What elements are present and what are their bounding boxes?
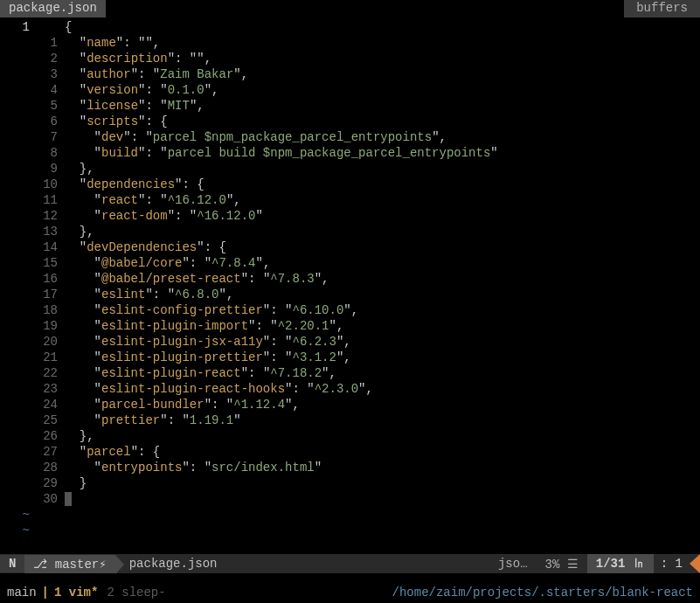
code-line[interactable]: }	[65, 475, 700, 491]
code-line[interactable]: "author": "Zaim Bakar",	[65, 66, 700, 82]
code-line[interactable]: "devDependencies": {	[65, 239, 700, 255]
code-area[interactable]: { "name": "", "description": "", "author…	[65, 19, 700, 554]
code-line[interactable]: "eslint-plugin-jsx-a11y": "^6.2.3",	[65, 334, 700, 350]
code-line[interactable]: "build": "parcel build $npm_package_parc…	[65, 145, 700, 161]
branch-name: master	[55, 558, 99, 572]
code-line[interactable]: "eslint-plugin-react": "^7.18.2",	[65, 365, 700, 381]
git-branch-segment: ⎇ master⚡	[24, 555, 114, 573]
status-bar: N ⎇ master⚡ package.json jso… 3% ☰ 1/31 …	[0, 554, 700, 573]
code-line[interactable]: "license": "MIT",	[65, 98, 700, 114]
code-line[interactable]: "eslint-plugin-prettier": "^3.1.2",	[65, 350, 700, 365]
code-line[interactable]: "eslint-plugin-react-hooks": "^2.3.0",	[65, 381, 700, 397]
status-filename: package.json	[115, 555, 232, 572]
tmux-window-active[interactable]: 1 vim*	[54, 586, 98, 600]
code-line[interactable]	[65, 491, 700, 507]
code-line[interactable]: "eslint-config-prettier": "^6.10.0",	[65, 302, 700, 318]
status-position: 1/31 ㏑	[587, 554, 654, 573]
power-icon: ⚡	[99, 558, 106, 572]
code-line[interactable]: "prettier": "1.19.1"	[65, 412, 700, 428]
code-line[interactable]: },	[65, 224, 700, 239]
code-line[interactable]: "dependencies": {	[65, 177, 700, 192]
code-line[interactable]: "dev": "parcel $npm_package_parcel_entry…	[65, 129, 700, 145]
warning-triangle-icon	[690, 554, 700, 573]
code-line[interactable]: "entrypoints": "src/index.html"	[65, 460, 700, 475]
code-line[interactable]: "parcel-bundler": "^1.12.4",	[65, 397, 700, 412]
code-line[interactable]: "react": "^16.12.0",	[65, 192, 700, 208]
code-line[interactable]: },	[65, 161, 700, 177]
tmux-cwd-path: /home/zaim/projects/.starters/blank-reac…	[392, 586, 693, 600]
tmux-session-name[interactable]: main	[7, 586, 37, 600]
gutter-line-numbers: 1234567891011121314151617181920212223242…	[35, 19, 65, 554]
line-number-icon: ㏑	[633, 557, 645, 571]
code-line[interactable]: "description": "",	[65, 51, 700, 66]
code-line[interactable]: {	[65, 19, 700, 35]
code-line[interactable]: "version": "0.1.0",	[65, 82, 700, 98]
branch-icon: ⎇	[33, 558, 47, 572]
code-line[interactable]: "eslint-plugin-import": "^2.20.1",	[65, 318, 700, 334]
status-column: : 1	[654, 555, 690, 572]
code-line[interactable]: "parcel": {	[65, 444, 700, 460]
gutter-outer: 1~~	[0, 19, 35, 554]
hamburger-icon: ☰	[567, 558, 579, 572]
code-line[interactable]: },	[65, 428, 700, 444]
tmux-window-inactive[interactable]: 2 sleep-	[98, 586, 165, 600]
buffers-tab[interactable]: buffers	[624, 0, 700, 17]
tmux-separator: |	[37, 586, 54, 600]
file-tab[interactable]: package.json	[0, 0, 106, 17]
tab-bar: package.json buffers	[0, 0, 700, 17]
code-line[interactable]: "name": "",	[65, 35, 700, 51]
status-percent: 3% ☰	[537, 555, 587, 573]
code-line[interactable]: "react-dom": "^16.12.0"	[65, 208, 700, 224]
code-line[interactable]: "@babel/core": "^7.8.4",	[65, 255, 700, 271]
status-filetype: jso…	[489, 555, 537, 572]
code-line[interactable]: "eslint": "^6.8.0",	[65, 287, 700, 302]
code-line[interactable]: "@babel/preset-react": "^7.8.3",	[65, 271, 700, 287]
editor-content[interactable]: 1~~ 123456789101112131415161718192021222…	[0, 17, 700, 554]
mode-indicator: N	[0, 555, 24, 572]
code-line[interactable]: "scripts": {	[65, 114, 700, 129]
tmux-bar: main | 1 vim* 2 sleep- /home/zaim/projec…	[0, 582, 700, 603]
